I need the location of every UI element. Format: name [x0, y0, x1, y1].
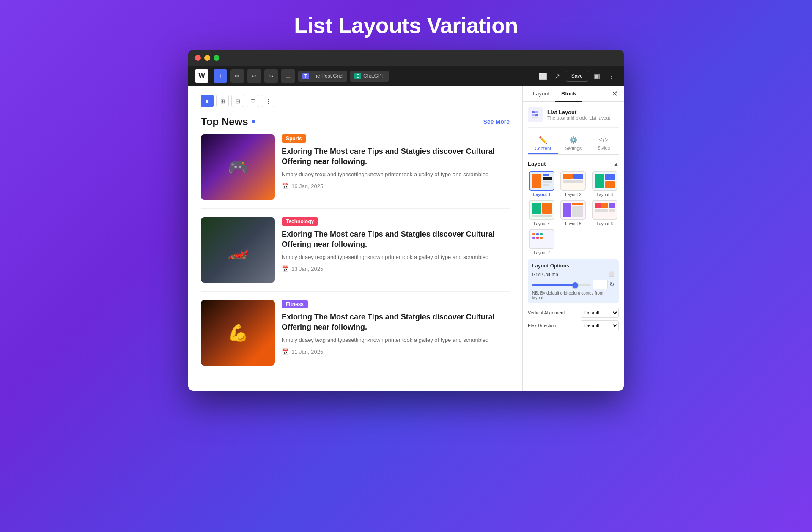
layout-4-item[interactable]: Layout 4	[528, 200, 556, 226]
layout-5-label: Layout 5	[565, 221, 581, 226]
post-thumbnail-1	[201, 134, 275, 200]
calendar-icon-2: 📅	[282, 265, 289, 272]
tab-settings[interactable]: ⚙️ Settings	[558, 134, 589, 154]
wp-toolbar: W ＋ ✏ ↩ ↪ ☰ T The Post Grid C ChatGPT ⬜ …	[188, 66, 624, 86]
edit-button[interactable]: ✏	[230, 69, 244, 83]
block-toolbar: ■ ⊞ ⊟ ≡ ⋮	[201, 95, 510, 107]
content-tabs: ✏️ Content ⚙️ Settings </> Styles	[528, 134, 619, 155]
post-excerpt-3: Nmply duaey texg and typesettingnknown p…	[282, 336, 510, 344]
tpg-plugin-icon: T	[302, 73, 309, 79]
layout-2-item[interactable]: Layout 2	[559, 171, 587, 197]
plus-icon: ＋	[217, 72, 223, 80]
external-link-button[interactable]: ↗	[551, 70, 563, 82]
post-excerpt-1: Nmply duaey texg and typesettingnknown p…	[282, 170, 510, 179]
layout-6-item[interactable]: Layout 6	[591, 200, 619, 226]
layout-options-title: Layout Options:	[532, 263, 614, 269]
post-date-text-1: 16 Jan, 2025	[291, 183, 323, 189]
chatgpt-button[interactable]: C ChatGPT	[350, 71, 389, 82]
content-tab-label: Content	[535, 146, 551, 151]
block-style-toggle[interactable]: ■	[201, 95, 214, 107]
block-desc-label: The post grid block, List layout	[547, 115, 610, 120]
layout-7-item[interactable]: Layout 7	[528, 229, 556, 255]
flex-direction-select[interactable]: Default	[581, 320, 619, 330]
see-more-link[interactable]: See More	[483, 118, 510, 125]
post-category-2[interactable]: Technology	[282, 217, 318, 226]
block-info: List Layout The post grid block, List la…	[528, 107, 619, 128]
dot-yellow[interactable]	[204, 55, 210, 61]
undo-button[interactable]: ↩	[247, 69, 261, 83]
block-align-left[interactable]: ≡	[247, 95, 259, 107]
post-content-1: Sports Exloring The Most care Tips and S…	[282, 134, 510, 200]
layout-1-label: Layout 1	[533, 192, 551, 197]
layout-4-thumb	[529, 200, 554, 220]
block-name-label: List Layout	[547, 109, 610, 115]
dot-green[interactable]	[214, 55, 219, 61]
undo-icon: ↩	[252, 73, 257, 79]
browser-titlebar	[188, 50, 624, 66]
tab-content[interactable]: ✏️ Content	[528, 134, 558, 154]
panel-close-button[interactable]: ✕	[610, 89, 620, 98]
grid-icon: ⬜	[608, 271, 614, 277]
content-icon: ✏️	[539, 136, 547, 144]
list-view-button[interactable]: ☰	[281, 69, 295, 83]
chatgpt-plugin-label: ChatGPT	[363, 73, 384, 79]
block-icon	[528, 107, 543, 122]
nb-text: NB. By default grid-colum comes from lay…	[532, 291, 614, 300]
tab-layout[interactable]: Layout	[527, 86, 555, 102]
post-category-1[interactable]: Sports	[282, 134, 306, 143]
tab-block[interactable]: Block	[555, 86, 582, 102]
sidebar-toggle-button[interactable]: ▣	[591, 70, 603, 82]
tpg-plugin-label: The Post Grid	[311, 73, 343, 79]
redo-button[interactable]: ↪	[264, 69, 278, 83]
vertical-alignment-select[interactable]: Default	[581, 308, 619, 318]
styles-tab-label: Styles	[597, 145, 610, 150]
post-date-1: 📅 16 Jan, 2025	[282, 183, 510, 189]
post-content-2: Technology Exloring The Most care Tips a…	[282, 217, 510, 283]
block-grid-view[interactable]: ⊞	[216, 95, 229, 107]
settings-tab-label: Settings	[565, 146, 582, 151]
add-block-button[interactable]: ＋	[214, 69, 227, 83]
grid-column-slider[interactable]	[532, 284, 591, 286]
layout-5-thumb	[560, 200, 586, 220]
chevron-up-icon[interactable]: ▲	[614, 161, 619, 167]
save-button[interactable]: Save	[566, 71, 588, 82]
layout-2-thumb	[560, 171, 586, 191]
layout-2-label: Layout 2	[565, 192, 581, 197]
preview-icon-button[interactable]: ⬜	[537, 70, 549, 82]
grid-column-input[interactable]	[593, 280, 608, 289]
post-item: Sports Exloring The Most care Tips and S…	[201, 134, 510, 209]
layout-4-label: Layout 4	[534, 221, 550, 226]
list-layout-icon	[531, 110, 540, 119]
post-category-3[interactable]: Fitness	[282, 300, 308, 308]
layout-5-item[interactable]: Layout 5	[559, 200, 587, 226]
layout-thumbnails-grid: Layout 1 Layout 2	[528, 171, 619, 255]
flex-direction-label: Flex Direction	[528, 323, 556, 328]
layout-6-thumb	[592, 200, 617, 220]
dot-red[interactable]	[195, 55, 201, 61]
calendar-icon-1: 📅	[282, 183, 289, 189]
posts-list: Sports Exloring The Most care Tips and S…	[201, 134, 510, 374]
layout-section-title: Layout	[528, 161, 546, 167]
the-post-grid-button[interactable]: T The Post Grid	[298, 71, 347, 82]
layout-1-thumb	[529, 171, 554, 191]
layout-1-item[interactable]: Layout 1	[528, 171, 556, 197]
panel-tabs: Layout Block ✕	[523, 86, 624, 102]
layout-3-label: Layout 3	[597, 192, 613, 197]
reset-icon[interactable]: ↻	[609, 281, 614, 288]
post-title-3: Exloring The Most care Tips and Statgies…	[282, 312, 510, 333]
block-list-view[interactable]: ⊟	[231, 95, 244, 107]
svg-rect-3	[535, 114, 538, 116]
layout-3-item[interactable]: Layout 3	[591, 171, 619, 197]
layout-options-box: Layout Options: Grid Column ⬜ ↻ NB. By d…	[528, 259, 619, 303]
layout-7-thumb	[529, 229, 554, 249]
block-more-options[interactable]: ⋮	[262, 95, 274, 107]
tab-styles[interactable]: </> Styles	[588, 134, 619, 154]
browser-window: W ＋ ✏ ↩ ↪ ☰ T The Post Grid C ChatGPT ⬜ …	[188, 50, 624, 391]
pencil-icon: ✏	[235, 73, 240, 79]
more-options-button[interactable]: ⋮	[605, 70, 617, 82]
panel-body: List Layout The post grid block, List la…	[523, 102, 624, 391]
vertical-alignment-label: Vertical Alignment	[528, 310, 565, 315]
editor-area: ■ ⊞ ⊟ ≡ ⋮ Top News See More Sports	[188, 86, 522, 391]
list-icon: ☰	[285, 73, 291, 79]
post-excerpt-2: Nmply duaey texg and typesettingnknown p…	[282, 253, 510, 262]
